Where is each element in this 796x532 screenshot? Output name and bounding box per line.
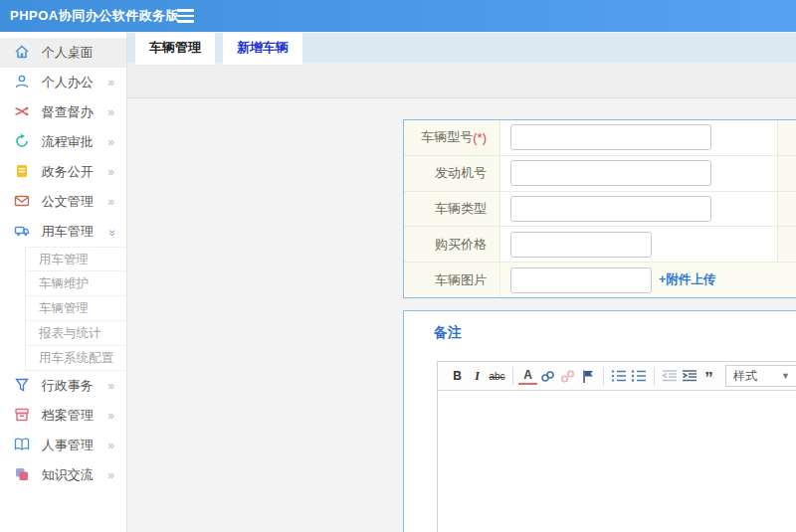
unlink-icon[interactable] — [558, 365, 577, 387]
blockquote-button[interactable]: ” — [699, 365, 718, 387]
chevron-right-icon: » — [107, 68, 114, 97]
numbered-list-icon[interactable] — [609, 365, 628, 387]
sidebar-item-hr-mgmt[interactable]: 人事管理 » — [0, 431, 126, 460]
app-header: PHPOA协同办公软件政务版 — [0, 0, 796, 32]
attachment-upload-link[interactable]: +附件上传 — [659, 271, 715, 288]
sidebar-item-label: 个人桌面 — [42, 45, 94, 60]
toolbar-band — [127, 63, 796, 98]
submenu-item-vehicle-maintenance[interactable]: 车辆维护 — [26, 271, 126, 296]
sidebar-item-workflow-approval[interactable]: 流程审批 » — [0, 127, 126, 157]
required-marker: (*) — [473, 130, 487, 145]
sidebar-item-label: 知识交流 — [42, 467, 94, 482]
form-row-model: 车辆型号(*) — [404, 120, 796, 156]
sidebar-item-personal-office[interactable]: 个人办公 » — [0, 68, 126, 97]
vehicle-submenu: 用车管理 车辆维护 车辆管理 报表与统计 用车系统配置 — [25, 247, 126, 371]
shuffle-icon — [14, 103, 30, 119]
editor-toolbar: B I abc A ” 样式 ▼ 格式 — [438, 362, 796, 391]
hamburger-icon[interactable] — [177, 0, 201, 32]
mail-icon — [14, 193, 30, 209]
app-window: PHPOA协同办公软件政务版 个人桌面 个人办公 » 督查督办 » 流程审批 »… — [0, 0, 796, 532]
bold-button[interactable]: B — [448, 365, 467, 387]
chevron-down-icon: » — [99, 230, 128, 237]
form-row-image: 车辆图片 +附件上传 — [404, 263, 796, 297]
chevron-right-icon: » — [107, 97, 114, 127]
purchase-price-input[interactable] — [510, 232, 652, 258]
sidebar-item-label: 公文管理 — [42, 194, 94, 209]
sidebar-item-official-docs[interactable]: 公文管理 » — [0, 187, 126, 217]
remove-format-button[interactable]: A — [518, 367, 537, 385]
toolbar-separator — [654, 367, 655, 385]
submenu-item-vehicle-use[interactable]: 用车管理 — [26, 247, 126, 271]
sidebar-item-label: 档案管理 — [42, 408, 94, 423]
outdent-icon[interactable] — [660, 365, 679, 387]
sidebar-item-admin-affairs[interactable]: 行政事务 » — [0, 371, 126, 401]
filter-icon — [14, 377, 30, 393]
layers-icon — [14, 466, 30, 482]
form-row-price: 购买价格 — [404, 227, 796, 263]
toolbar-separator — [512, 367, 513, 385]
sidebar-item-label: 流程审批 — [42, 134, 94, 149]
submenu-item-reports-stats[interactable]: 报表与统计 — [26, 321, 126, 346]
field-label-type: 车辆类型 — [435, 200, 487, 218]
tab-strip: 车辆管理 新增车辆 — [127, 33, 796, 63]
engine-number-input[interactable] — [510, 160, 711, 186]
sidebar-item-gov-disclosure[interactable]: 政务公开 » — [0, 157, 126, 187]
italic-button[interactable]: I — [468, 365, 487, 387]
anchor-flag-icon[interactable] — [578, 365, 597, 387]
bulleted-list-icon[interactable] — [629, 365, 648, 387]
sidebar-item-label: 个人办公 — [42, 75, 94, 89]
remark-panel: 备注 B I abc A ” 样式 ▼ — [403, 310, 796, 532]
vehicle-form-panel: 车辆型号(*) 发动机号 车辆类型 购买价格 车辆图片 +附件上传 — [403, 119, 796, 298]
styles-dropdown-label: 样式 — [733, 368, 757, 385]
form-row-engine: 发动机号 — [404, 156, 796, 192]
chevron-right-icon: » — [107, 431, 114, 460]
vehicle-type-input[interactable] — [510, 196, 711, 222]
user-icon — [14, 74, 30, 89]
styles-dropdown[interactable]: 样式 ▼ — [725, 365, 796, 387]
sidebar-item-label: 督查督办 — [42, 104, 94, 119]
tab-vehicle-manage[interactable]: 车辆管理 — [135, 33, 215, 65]
vehicle-image-input[interactable] — [510, 267, 652, 293]
sidebar-item-supervision[interactable]: 督查督办 » — [0, 97, 126, 127]
chevron-right-icon: » — [107, 371, 114, 401]
vehicle-model-input[interactable] — [510, 124, 711, 150]
submenu-item-vehicle-system-config[interactable]: 用车系统配置 — [26, 346, 126, 371]
strikethrough-button[interactable]: abc — [488, 365, 506, 387]
chevron-right-icon: » — [107, 460, 114, 490]
sync-icon — [14, 133, 30, 149]
field-label-engine: 发动机号 — [435, 164, 487, 182]
archive-icon — [14, 407, 30, 423]
chevron-right-icon: » — [107, 157, 114, 187]
indent-icon[interactable] — [680, 365, 698, 387]
form-row-type: 车辆类型 — [404, 192, 796, 228]
chevron-right-icon: » — [107, 187, 114, 217]
sidebar-item-label: 行政事务 — [42, 378, 94, 393]
tab-new-vehicle[interactable]: 新增车辆 — [223, 33, 302, 65]
field-label-image: 车辆图片 — [435, 271, 487, 289]
sidebar: 个人桌面 个人办公 » 督查督办 » 流程审批 » 政务公开 » 公文管理 » — [0, 32, 127, 532]
sidebar-item-label: 人事管理 — [42, 438, 94, 452]
field-label-model: 车辆型号 — [421, 128, 473, 146]
sidebar-item-knowledge-exchange[interactable]: 知识交流 » — [0, 460, 126, 490]
sidebar-item-label: 用车管理 — [42, 224, 94, 239]
chevron-right-icon: » — [107, 127, 114, 157]
book-icon — [14, 437, 30, 452]
dropdown-arrow-icon: ▼ — [781, 371, 790, 381]
chevron-right-icon: » — [107, 401, 114, 431]
sidebar-item-archive-mgmt[interactable]: 档案管理 » — [0, 401, 126, 431]
link-icon[interactable] — [538, 365, 557, 387]
submenu-item-vehicle-manage[interactable]: 车辆管理 — [26, 296, 126, 321]
home-icon — [14, 44, 30, 60]
doc-icon — [14, 163, 30, 179]
app-title: PHPOA协同办公软件政务版 — [0, 7, 179, 25]
editor-content-area[interactable] — [438, 391, 796, 532]
sidebar-item-vehicle-mgmt[interactable]: 用车管理 » — [0, 217, 126, 247]
sidebar-item-personal-desktop[interactable]: 个人桌面 — [0, 38, 126, 68]
field-label-price: 购买价格 — [435, 236, 487, 254]
truck-icon — [14, 223, 30, 239]
rich-text-editor: B I abc A ” 样式 ▼ 格式 — [437, 361, 796, 532]
remark-title: 备注 — [434, 324, 462, 342]
sidebar-item-label: 政务公开 — [42, 164, 94, 179]
toolbar-separator — [603, 367, 604, 385]
